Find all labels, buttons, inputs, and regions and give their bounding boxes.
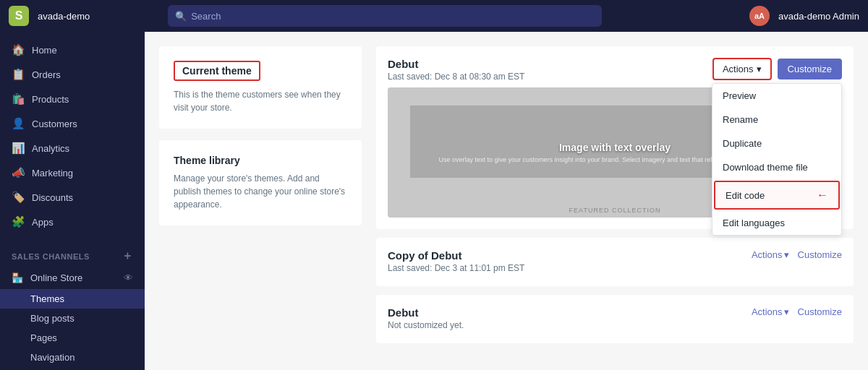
dropdown-item-preview[interactable]: Preview xyxy=(712,84,841,108)
sidebar-item-marketing[interactable]: 📣 Marketing xyxy=(0,160,145,185)
admin-name: avada-demo Admin xyxy=(778,11,859,22)
sidebar-item-online-store[interactable]: 🏪 Online Store 👁 xyxy=(0,267,145,289)
actions-label: Actions xyxy=(752,249,783,260)
sidebar-item-label: Discounts xyxy=(32,192,73,203)
chevron-down-icon: ▾ xyxy=(757,64,762,74)
sidebar-item-home[interactable]: 🏠 Home xyxy=(0,38,145,62)
sidebar-item-customers[interactable]: 👤 Customers xyxy=(0,111,145,136)
sidebar-item-label: Marketing xyxy=(32,168,73,178)
sidebar-item-analytics[interactable]: 📊 Analytics xyxy=(0,136,145,160)
dropdown-item-download[interactable]: Download theme file xyxy=(712,155,841,179)
sidebar-item-label: Orders xyxy=(32,69,61,80)
sidebar-item-products[interactable]: 🛍️ Products xyxy=(0,87,145,111)
main-theme-card-header: Debut Last saved: Dec 8 at 08:30 am EST … xyxy=(388,58,842,82)
library-theme-2-header: Debut Not customized yet. Actions ▾ Cust… xyxy=(388,306,842,330)
main-content: Current theme This is the theme customer… xyxy=(145,32,868,370)
sidebar-item-label: Analytics xyxy=(32,143,69,154)
marketing-icon: 📣 xyxy=(12,166,25,179)
arrow-indicator: ← xyxy=(817,189,828,202)
theme-library-desc: Manage your store's themes. Add and publ… xyxy=(174,172,347,211)
sub-item-domains[interactable]: Domains xyxy=(0,367,145,370)
main-theme-card: Debut Last saved: Dec 8 at 08:30 am EST … xyxy=(376,46,854,229)
theme-library-title: Theme library xyxy=(174,155,347,166)
eye-icon[interactable]: 👁 xyxy=(124,272,133,283)
sidebar-nav: 🏠 Home 📋 Orders 🛍️ Products 👤 Customers … xyxy=(0,32,145,240)
sidebar-item-label: Home xyxy=(32,45,57,56)
add-sales-channel-button[interactable]: ＋ xyxy=(122,249,134,264)
sidebar-item-label: Apps xyxy=(32,217,54,228)
home-icon: 🏠 xyxy=(12,43,25,56)
actions-button[interactable]: Actions ▾ xyxy=(712,58,772,80)
main-theme-saved: Last saved: Dec 8 at 08:30 am EST xyxy=(388,72,524,82)
chevron-down-icon: ▾ xyxy=(784,249,789,260)
orders-icon: 📋 xyxy=(12,68,25,81)
search-bar[interactable]: 🔍 Search xyxy=(168,5,602,27)
online-store-label: Online Store xyxy=(30,272,82,283)
sales-channels-label: SALES CHANNELS ＋ xyxy=(0,240,145,267)
shop-name[interactable]: avada-demo xyxy=(38,11,90,22)
apps-icon: 🧩 xyxy=(12,215,25,228)
admin-avatar[interactable]: aA xyxy=(749,6,770,26)
dropdown-item-duplicate[interactable]: Duplicate xyxy=(712,132,841,155)
sub-item-blog-posts[interactable]: Blog posts xyxy=(0,309,145,328)
sidebar-item-label: Products xyxy=(32,94,69,105)
chevron-down-icon: ▾ xyxy=(784,306,789,317)
current-theme-title: Current theme xyxy=(174,61,260,81)
top-navigation: S avada-demo 🔍 Search aA avada-demo Admi… xyxy=(0,0,868,32)
left-panel: Current theme This is the theme customer… xyxy=(159,46,362,225)
sidebar: 🏠 Home 📋 Orders 🛍️ Products 👤 Customers … xyxy=(0,32,145,370)
shop-icon: S xyxy=(9,6,29,26)
sub-item-themes[interactable]: Themes xyxy=(0,289,145,309)
discounts-icon: 🏷️ xyxy=(12,191,25,204)
theme-library-box: Theme library Manage your store's themes… xyxy=(159,140,362,225)
products-icon: 🛍️ xyxy=(12,92,25,106)
dropdown-item-edit-languages[interactable]: Edit languages xyxy=(712,211,841,235)
search-icon: 🔍 xyxy=(175,11,187,22)
library-theme-2-customize-button[interactable]: Customize xyxy=(798,306,842,317)
sidebar-item-label: Customers xyxy=(32,119,77,129)
online-store-icon: 🏪 xyxy=(12,272,23,283)
right-panel: Debut Last saved: Dec 8 at 08:30 am EST … xyxy=(376,46,854,343)
sidebar-item-discounts[interactable]: 🏷️ Discounts xyxy=(0,185,145,210)
library-theme-1-customize-button[interactable]: Customize xyxy=(798,249,842,260)
library-theme-card-1: Copy of Debut Last saved: Dec 3 at 11:01… xyxy=(376,238,854,286)
actions-dropdown: Preview Rename Duplicate Download theme … xyxy=(712,83,842,236)
sub-item-pages[interactable]: Pages xyxy=(0,328,145,348)
analytics-icon: 📊 xyxy=(12,142,25,155)
theme-actions-area: Actions ▾ Customize Preview Rename xyxy=(712,58,842,80)
search-placeholder: Search xyxy=(191,11,221,22)
library-theme-2-name: Debut xyxy=(388,306,464,319)
actions-label: Actions xyxy=(723,64,754,74)
library-theme-1-name: Copy of Debut xyxy=(388,249,524,262)
dropdown-item-rename[interactable]: Rename xyxy=(712,108,841,132)
library-theme-1-header: Copy of Debut Last saved: Dec 3 at 11:01… xyxy=(388,249,842,273)
library-theme-card-2: Debut Not customized yet. Actions ▾ Cust… xyxy=(376,295,854,343)
main-theme-name: Debut xyxy=(388,58,524,70)
sidebar-item-apps[interactable]: 🧩 Apps xyxy=(0,210,145,234)
sidebar-item-orders[interactable]: 📋 Orders xyxy=(0,62,145,87)
dropdown-item-edit-code[interactable]: Edit code ← xyxy=(714,181,840,210)
customers-icon: 👤 xyxy=(12,117,25,130)
actions-label: Actions xyxy=(752,306,783,317)
library-theme-1-saved: Last saved: Dec 3 at 11:01 pm EST xyxy=(388,263,524,273)
library-theme-2-saved: Not customized yet. xyxy=(388,320,464,330)
preview-featured-label: FEATURED COLLECTION xyxy=(569,207,661,214)
current-theme-desc: This is the theme customers see when the… xyxy=(174,88,347,114)
library-theme-1-actions-button[interactable]: Actions ▾ xyxy=(752,249,789,260)
current-theme-box: Current theme This is the theme customer… xyxy=(159,46,362,129)
library-theme-2-actions-button[interactable]: Actions ▾ xyxy=(752,306,789,317)
sub-item-navigation[interactable]: Navigation xyxy=(0,348,145,367)
customize-button[interactable]: Customize xyxy=(778,59,842,79)
